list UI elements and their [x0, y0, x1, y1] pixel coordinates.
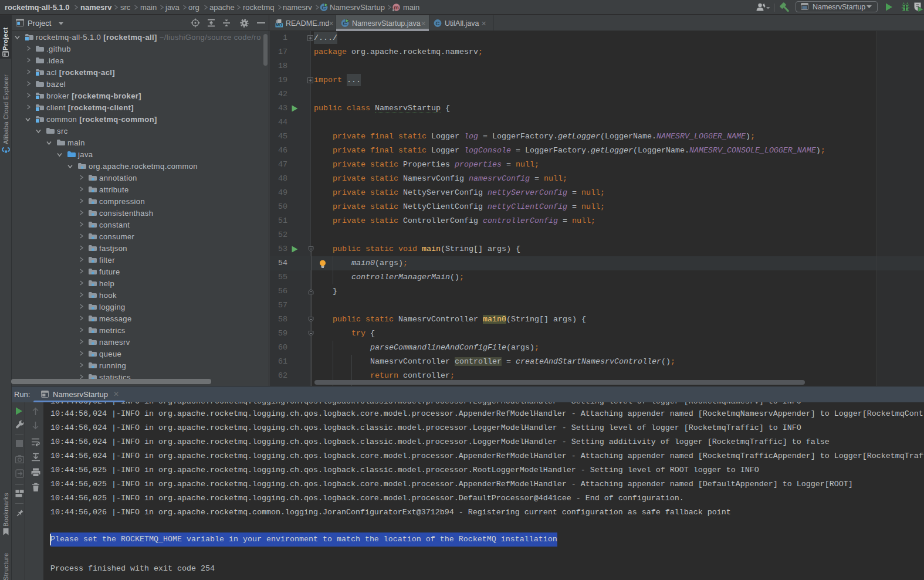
svg-text:MD: MD: [276, 23, 282, 27]
svg-text:C: C: [436, 20, 440, 26]
svg-text:m: m: [394, 4, 398, 11]
